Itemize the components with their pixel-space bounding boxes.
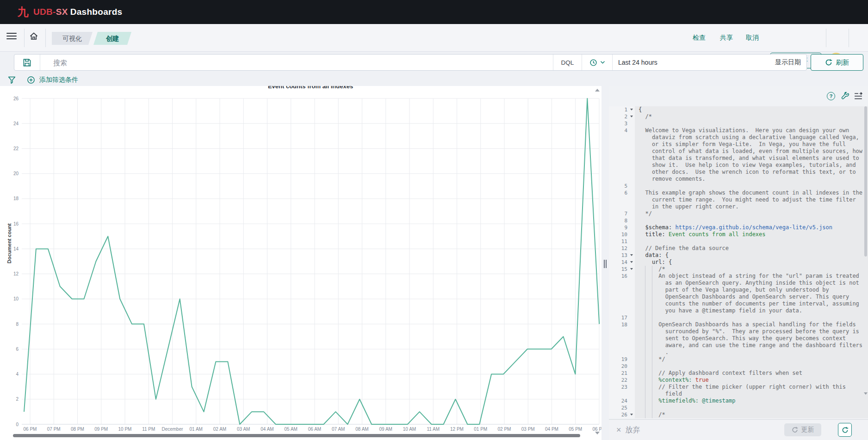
- code-line[interactable]: aware, and can use the time range and th…: [609, 342, 868, 349]
- code-line[interactable]: part of the Vega language, but only unde…: [609, 287, 868, 293]
- refresh-button[interactable]: 刷新: [811, 54, 863, 71]
- editor-scrollbar[interactable]: [864, 106, 867, 418]
- discard-button[interactable]: × 放弃: [616, 425, 640, 435]
- code-line[interactable]: 18 OpenSearch Dashboards has a special h…: [609, 321, 868, 328]
- share-button[interactable]: 共享: [720, 34, 733, 42]
- code-editor[interactable]: 1{2 /*34 Welcome to Vega visualizations.…: [609, 106, 868, 418]
- fold-arrow-icon[interactable]: [630, 261, 633, 263]
- auto-apply-button[interactable]: [838, 423, 852, 437]
- code-line[interactable]: 7 */: [609, 210, 868, 217]
- code-text: /*: [635, 411, 868, 418]
- code-line[interactable]: .: [609, 349, 868, 356]
- code-line[interactable]: counts the number of documents per time …: [609, 300, 868, 307]
- code-line[interactable]: 14 url: {: [609, 259, 868, 266]
- code-line[interactable]: sent to OpenSearch. This way the query b…: [609, 335, 868, 342]
- code-line[interactable]: surrounded by "%". They are processed be…: [609, 328, 868, 335]
- app-header: 九 UDB-SXDashboards: [0, 0, 868, 24]
- inspect-button[interactable]: 检查: [693, 34, 706, 42]
- code-line[interactable]: 23 // Filter the time picker (upper righ…: [609, 384, 868, 391]
- filter-funnel-icon[interactable]: [8, 76, 16, 84]
- line-number: [609, 169, 635, 176]
- code-line[interactable]: current time range. You might need to ad…: [609, 196, 868, 203]
- fold-arrow-icon[interactable]: [630, 109, 633, 110]
- code-line[interactable]: you have a @timestamp field in your data…: [609, 307, 868, 314]
- wrench-icon[interactable]: [841, 92, 849, 100]
- code-line[interactable]: 21 // Apply dashboard context filters wh…: [609, 370, 868, 377]
- fold-arrow-icon[interactable]: [630, 254, 633, 256]
- code-line[interactable]: 8: [609, 217, 868, 224]
- code-text: sent to OpenSearch. This way the query b…: [635, 335, 868, 342]
- code-line[interactable]: 24 %timefield%: @timestamp: [609, 397, 868, 404]
- code-text: counts the number of documents per time …: [635, 300, 868, 307]
- code-line[interactable]: 9 $schema: https://vega.github.io/schema…: [609, 224, 868, 231]
- panel-resizer-handle[interactable]: [601, 86, 609, 440]
- code-line[interactable]: 16 An object instead of a string for the…: [609, 273, 868, 280]
- vega-editor-panel: ? 1{2 /*34 Welcome to Vega visualization…: [609, 86, 868, 440]
- code-line[interactable]: 6 This example graph shows the document …: [609, 189, 868, 196]
- code-line[interactable]: 10 title: Event counts from all indexes: [609, 231, 868, 238]
- menu-icon[interactable]: [6, 33, 17, 39]
- code-line[interactable]: other docs. Use the wrench icon to refor…: [609, 169, 868, 176]
- editor-scroll-down-arrow[interactable]: [864, 392, 868, 395]
- code-line[interactable]: 19 */: [609, 356, 868, 363]
- refresh-icon: [842, 427, 849, 434]
- breadcrumb-visualize[interactable]: 可视化: [52, 32, 93, 45]
- code-line[interactable]: 5: [609, 183, 868, 189]
- brand-logo-icon[interactable]: 九: [18, 5, 29, 19]
- line-number: 2: [609, 113, 635, 120]
- line-number: [609, 176, 635, 183]
- editor-help-icon[interactable]: ?: [827, 92, 835, 100]
- fold-arrow-icon[interactable]: [630, 116, 633, 117]
- code-text: [635, 120, 868, 127]
- scroll-up-arrow[interactable]: [595, 89, 600, 92]
- circle-plus-icon: [27, 76, 35, 84]
- lines-arrow-icon[interactable]: [854, 92, 862, 100]
- show-dates-button[interactable]: 显示日期: [775, 58, 801, 67]
- time-range-value[interactable]: Last 24 hours: [618, 59, 657, 66]
- code-line[interactable]: 26 /*: [609, 411, 868, 418]
- saved-query-button[interactable]: [14, 55, 40, 70]
- cancel-button[interactable]: 取消: [746, 34, 759, 42]
- horizontal-scrollbar[interactable]: [13, 434, 580, 437]
- code-line[interactable]: 1{: [609, 106, 868, 113]
- y-tick-label: 4: [16, 372, 19, 377]
- code-line[interactable]: 2 /*: [609, 113, 868, 120]
- line-number: 3: [609, 120, 635, 127]
- series-line: [24, 98, 599, 424]
- line-number: [609, 300, 635, 307]
- code-line[interactable]: 22 %context%: true: [609, 377, 868, 384]
- code-line[interactable]: or its simpler form Vega-Lite. In Vega, …: [609, 141, 868, 148]
- event-count-chart: 0246810121416182022242606 PM07 PM08 PM09…: [0, 86, 601, 440]
- code-line[interactable]: 15 /*: [609, 266, 868, 273]
- code-line[interactable]: 25: [609, 404, 868, 411]
- code-line[interactable]: as an OpenSearch query. Anything inside …: [609, 280, 868, 287]
- search-input[interactable]: [40, 55, 553, 70]
- home-icon[interactable]: [29, 31, 38, 41]
- code-line[interactable]: 17: [609, 314, 868, 321]
- divider: [45, 29, 46, 47]
- fold-arrow-icon[interactable]: [630, 268, 633, 270]
- query-language-button[interactable]: DQL: [553, 55, 582, 70]
- code-line[interactable]: 3: [609, 120, 868, 127]
- code-line[interactable]: control of what data is loaded, even fro…: [609, 148, 868, 155]
- time-picker-button[interactable]: [582, 55, 612, 70]
- code-line[interactable]: remove comments.: [609, 176, 868, 183]
- code-line[interactable]: 4 Welcome to Vega visualizations. Here y…: [609, 127, 868, 134]
- code-line[interactable]: 20: [609, 363, 868, 370]
- code-line[interactable]: that data is transformed, and what visua…: [609, 155, 868, 162]
- update-button[interactable]: 更新: [784, 423, 821, 436]
- scroll-down-arrow[interactable]: [595, 432, 600, 434]
- code-line[interactable]: 12 // Define the data source: [609, 245, 868, 252]
- code-line[interactable]: 13 data: {: [609, 252, 868, 259]
- code-line[interactable]: 11: [609, 238, 868, 245]
- code-line[interactable]: OpenSearch Dashboards and OpenSearch ser…: [609, 293, 868, 300]
- code-line[interactable]: in the upper right corner.: [609, 203, 868, 210]
- code-line[interactable]: field: [609, 391, 868, 397]
- code-line[interactable]: show it. Use help icon to view Vega exam…: [609, 162, 868, 169]
- fold-arrow-icon[interactable]: [630, 414, 633, 416]
- divider: [849, 29, 849, 47]
- code-line[interactable]: dataviz from scratch using a declarative…: [609, 134, 868, 141]
- add-filter-button[interactable]: 添加筛选条件: [27, 76, 78, 84]
- code-text: [635, 404, 868, 411]
- breadcrumb-create[interactable]: 创建: [93, 32, 131, 45]
